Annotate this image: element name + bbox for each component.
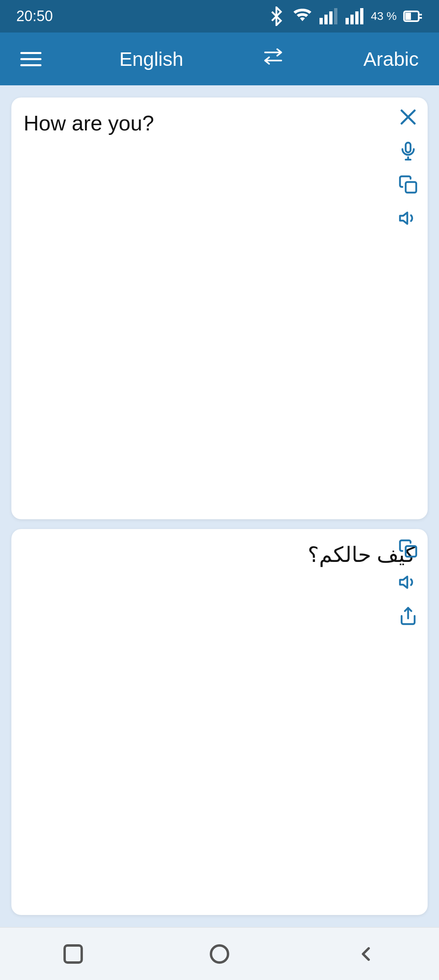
source-text[interactable]: How are you? — [24, 110, 415, 137]
source-copy-button[interactable] — [398, 175, 418, 197]
back-button[interactable] — [346, 934, 385, 973]
svg-rect-1 — [324, 15, 328, 24]
target-card: كيف حالكم؟ — [11, 529, 428, 915]
circle-icon — [208, 943, 231, 965]
svg-rect-17 — [406, 182, 416, 193]
back-triangle-icon — [354, 943, 377, 965]
battery-text: 43 % — [371, 10, 397, 23]
microphone-button[interactable] — [398, 141, 418, 163]
target-share-button[interactable] — [398, 606, 418, 629]
nav-bar — [0, 927, 439, 980]
target-copy-button[interactable] — [398, 539, 418, 561]
wifi-icon — [293, 7, 312, 26]
signal-icon — [319, 7, 338, 26]
source-language-button[interactable]: English — [120, 48, 183, 70]
status-bar: 20:50 43 % — [0, 0, 439, 33]
status-icons: 43 % — [267, 7, 423, 26]
source-speak-button[interactable] — [398, 208, 418, 231]
svg-rect-19 — [406, 546, 416, 557]
target-card-icons — [398, 539, 418, 629]
svg-rect-3 — [334, 8, 337, 24]
svg-rect-22 — [65, 945, 82, 963]
source-card-icons — [398, 107, 418, 231]
svg-rect-4 — [346, 18, 349, 24]
clear-button[interactable] — [398, 107, 418, 130]
recent-apps-button[interactable] — [54, 934, 93, 973]
svg-rect-6 — [355, 11, 359, 24]
svg-marker-18 — [400, 212, 407, 224]
toolbar: English Arabic — [0, 33, 439, 85]
home-button[interactable] — [200, 934, 239, 973]
svg-point-23 — [211, 945, 228, 963]
svg-rect-0 — [319, 18, 323, 24]
target-speak-button[interactable] — [398, 572, 418, 595]
target-text: كيف حالكم؟ — [24, 541, 415, 569]
status-time: 20:50 — [16, 8, 53, 25]
target-language-button[interactable]: Arabic — [363, 48, 419, 70]
signal2-icon — [345, 7, 364, 26]
svg-rect-2 — [329, 11, 333, 24]
swap-languages-button[interactable] — [261, 46, 285, 72]
svg-rect-9 — [405, 13, 411, 20]
square-icon — [62, 943, 85, 965]
main-content: How are you? — [0, 85, 439, 927]
battery-icon — [403, 7, 423, 26]
svg-rect-5 — [350, 15, 354, 24]
menu-button[interactable] — [20, 52, 41, 66]
bluetooth-icon — [267, 7, 286, 26]
source-card: How are you? — [11, 98, 428, 519]
svg-marker-20 — [400, 577, 407, 588]
svg-rect-7 — [360, 8, 363, 24]
svg-rect-14 — [406, 143, 411, 152]
